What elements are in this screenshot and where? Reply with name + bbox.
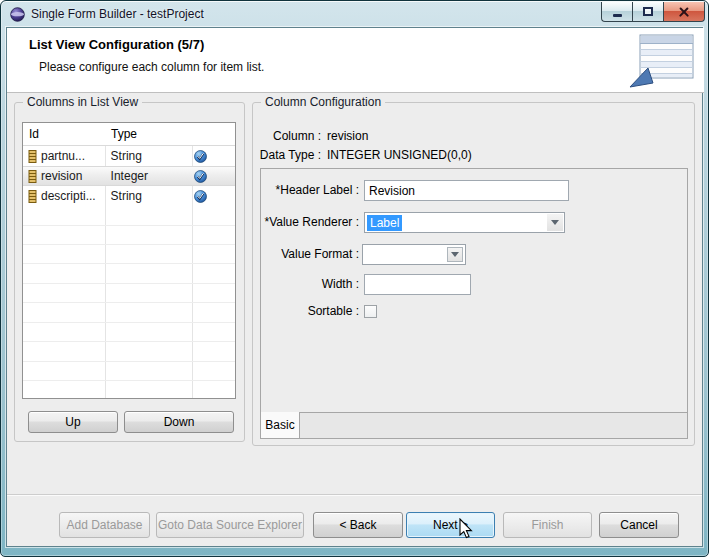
columns-group: Columns in List View Id Type partnu <box>14 102 245 442</box>
wizard-banner: List View Configuration (5/7) Please con… <box>7 28 704 93</box>
column-label: Column : <box>255 129 321 143</box>
minimize-icon <box>613 14 622 17</box>
window-controls <box>601 2 705 22</box>
maximize-button[interactable] <box>632 2 663 22</box>
footer-separator <box>7 494 702 496</box>
tab-basic[interactable]: Basic <box>261 412 300 438</box>
row-type: String <box>105 149 192 163</box>
minimize-button[interactable] <box>601 2 632 22</box>
tab-strip: Basic <box>261 412 687 438</box>
column-value: revision <box>327 129 368 143</box>
sortable-checkbox[interactable] <box>364 305 377 318</box>
row-id: partnu... <box>41 149 85 163</box>
column-config-group: Column Configuration Column : revision D… <box>252 102 695 446</box>
data-type-label: Data Type : <box>255 148 321 162</box>
value-format-label: Value Format : <box>261 244 359 265</box>
table-row[interactable]: descripti... String <box>23 186 235 206</box>
chevron-down-icon <box>551 220 559 225</box>
row-id: descripti... <box>41 189 96 203</box>
down-button[interactable]: Down <box>124 411 234 433</box>
width-input[interactable] <box>364 274 471 295</box>
row-id: revision <box>41 169 82 183</box>
titlebar[interactable]: Single Form Builder - testProject <box>1 1 708 27</box>
value-renderer-value: Label <box>367 215 402 231</box>
table-wizard-icon <box>627 32 699 90</box>
value-renderer-label: *Value Renderer : <box>261 212 359 233</box>
chevron-down-icon <box>451 252 459 257</box>
config-tab-folder: *Header Label : *Value Renderer : Label … <box>260 168 688 439</box>
up-button[interactable]: Up <box>28 411 118 433</box>
goto-data-source-explorer-button[interactable]: Goto Data Source Explorer <box>156 512 304 538</box>
close-button[interactable] <box>663 2 705 22</box>
table-row-selected[interactable]: revision Integer <box>23 166 235 186</box>
sortable-label: Sortable : <box>261 303 359 319</box>
wizard-dialog: List View Configuration (5/7) Please con… <box>6 27 703 547</box>
maximize-icon <box>643 7 653 16</box>
columns-group-title: Columns in List View <box>23 95 142 109</box>
wizard-window: Single Form Builder - testProject List V… <box>0 0 709 557</box>
width-label: Width : <box>261 274 359 295</box>
checked-icon <box>194 150 207 163</box>
basic-tab-content: *Header Label : *Value Renderer : Label … <box>261 169 687 412</box>
column-config-group-title: Column Configuration <box>261 95 385 109</box>
value-renderer-combo[interactable]: Label <box>364 212 565 233</box>
column-icon <box>28 170 37 183</box>
value-format-combo[interactable] <box>362 244 466 265</box>
close-icon <box>678 6 690 18</box>
window-frame: Single Form Builder - testProject List V… <box>0 0 709 557</box>
data-type-value: INTEGER UNSIGNED(0,0) <box>327 148 472 162</box>
mouse-cursor <box>459 518 475 540</box>
next-button[interactable]: Next > <box>406 512 495 538</box>
table-row[interactable]: partnu... String <box>23 146 235 166</box>
page-title: List View Configuration (5/7) <box>29 37 204 52</box>
finish-button[interactable]: Finish <box>503 512 592 538</box>
columns-table[interactable]: Id Type partnu... String <box>22 122 236 399</box>
row-type: Integer <box>105 169 192 183</box>
header-label-input[interactable] <box>364 180 569 201</box>
table-header-row: Id Type <box>23 123 235 146</box>
page-subtitle: Please configure each column for item li… <box>39 60 264 74</box>
column-icon <box>28 150 37 163</box>
back-button[interactable]: < Back <box>313 512 403 538</box>
add-database-button[interactable]: Add Database <box>59 512 150 538</box>
header-label-label: *Header Label : <box>261 180 359 201</box>
checked-icon <box>194 190 207 203</box>
header-id[interactable]: Id <box>23 127 105 141</box>
checked-icon <box>194 170 207 183</box>
row-type: String <box>105 189 192 203</box>
column-icon <box>28 190 37 203</box>
app-icon <box>10 7 25 22</box>
window-title: Single Form Builder - testProject <box>31 7 204 21</box>
header-type[interactable]: Type <box>105 127 192 141</box>
cancel-button[interactable]: Cancel <box>599 512 679 538</box>
table-empty-area <box>23 206 235 397</box>
